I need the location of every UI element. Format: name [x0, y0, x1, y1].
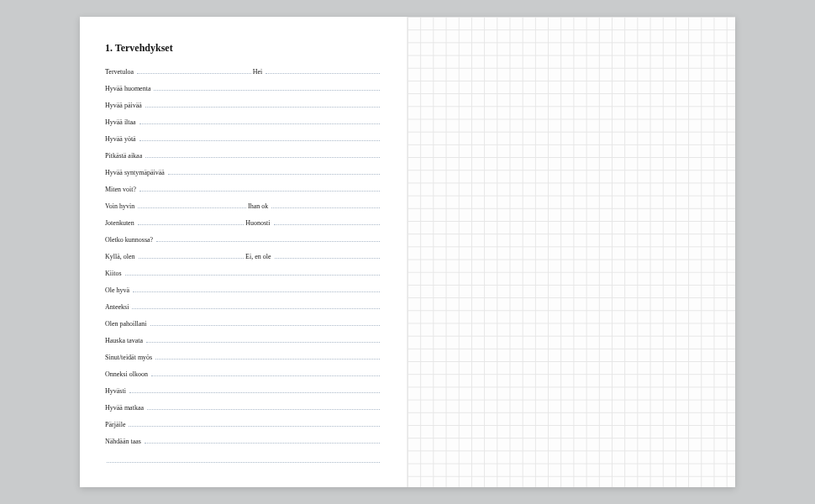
fill-dots — [107, 453, 380, 463]
entry-term: Kiitos — [105, 270, 124, 277]
fill-dots — [129, 419, 380, 427]
entry-row: Hyvää iltaa — [105, 117, 381, 134]
right-page-grid — [408, 17, 735, 487]
entry-row: Hyvää matkaa — [105, 402, 381, 419]
entry-row: Miten voit? — [105, 184, 381, 201]
entry-term: Ei, en ole — [245, 253, 272, 260]
entry-term: Miten voit? — [105, 186, 138, 193]
fill-dots — [145, 150, 380, 158]
entry-row: Hauska tavata — [105, 335, 381, 352]
entry-row: Kyllä, olenEi, en ole — [105, 251, 381, 268]
entries-list: TervetuloaHeiHyvää huomentaHyvää päivääH… — [105, 66, 381, 470]
entry-row: Sinut/teidät myös — [105, 352, 381, 369]
blank-entry-row — [105, 453, 381, 470]
entry-term: Huonosti — [245, 219, 271, 227]
left-page: 1. Tervehdykset TervetuloaHeiHyvää huome… — [80, 17, 408, 487]
fill-dots — [139, 117, 380, 124]
entry-row: Pärjäile — [105, 419, 381, 436]
entry-term: Anteeksi — [105, 303, 130, 311]
fill-dots — [155, 352, 380, 360]
entry-term: Kyllä, olen — [105, 253, 137, 260]
entry-term: Voin hyvin — [105, 202, 136, 210]
fill-dots — [138, 218, 244, 225]
fill-dots — [147, 402, 380, 410]
fill-dots — [151, 369, 380, 376]
entry-row: Voin hyvinIhan ok — [105, 201, 381, 218]
entry-row: Ole hyvä — [105, 285, 381, 302]
entry-row: Onneksi olkoon — [105, 369, 381, 386]
entry-term: Hyvästi — [105, 387, 128, 395]
fill-dots — [125, 268, 380, 276]
entry-term: Hyvää päivää — [105, 102, 144, 109]
fill-dots — [132, 302, 380, 309]
entry-term: Onneksi olkoon — [105, 370, 150, 378]
fill-dots — [138, 201, 246, 208]
entry-row: Hyvää yötä — [105, 134, 381, 150]
fill-dots — [266, 66, 380, 74]
entry-term: Hyvää yötä — [105, 135, 138, 143]
entry-row: Oletko kunnossa? — [105, 234, 381, 251]
entry-term: Tervetuloa — [105, 68, 135, 76]
entry-term: Nähdään taas — [105, 438, 143, 445]
fill-dots — [271, 201, 380, 208]
fill-dots — [146, 335, 380, 343]
fill-dots — [133, 285, 380, 292]
entry-term: Pitkästä aikaa — [105, 152, 144, 160]
fill-dots — [274, 218, 381, 225]
entry-term: Olen pahoillani — [105, 320, 149, 328]
entry-term: Hyvää huomenta — [105, 85, 152, 92]
entry-row: Hyvää syntymäpäivää — [105, 167, 381, 184]
entry-row: Olen pahoillani — [105, 318, 381, 335]
entry-row: JotenkutenHuonosti — [105, 218, 381, 234]
fill-dots — [145, 100, 380, 108]
entry-term: Hyvää iltaa — [105, 118, 138, 126]
entry-term: Hei — [253, 68, 265, 76]
entry-term: Sinut/teidät myös — [105, 354, 154, 361]
entry-row: Hyvää huomenta — [105, 83, 381, 100]
entry-row: Hyvää päivää — [105, 100, 381, 117]
entry-row: Hyvästi — [105, 386, 381, 402]
entry-term: Hauska tavata — [105, 337, 145, 344]
fill-dots — [275, 251, 381, 259]
entry-row: Nähdään taas — [105, 436, 381, 453]
entry-row: Pitkästä aikaa — [105, 150, 381, 167]
entry-row: Kiitos — [105, 268, 381, 285]
fill-dots — [154, 83, 380, 91]
fill-dots — [156, 234, 380, 242]
fill-dots — [168, 167, 380, 175]
fill-dots — [145, 436, 380, 444]
entry-term: Hyvää matkaa — [105, 404, 145, 412]
fill-dots — [129, 386, 380, 393]
entry-term: Oletko kunnossa? — [105, 236, 155, 244]
entry-term: Ihan ok — [248, 202, 270, 210]
entry-term: Ole hyvä — [105, 286, 131, 294]
entry-row: Anteeksi — [105, 302, 381, 318]
fill-dots — [150, 318, 380, 326]
fill-dots — [139, 134, 380, 141]
entry-term: Jotenkuten — [105, 219, 136, 227]
entry-row: TervetuloaHei — [105, 66, 381, 83]
entry-term: Pärjäile — [105, 421, 127, 428]
fill-dots — [139, 184, 380, 192]
fill-dots — [139, 251, 244, 259]
section-heading: 1. Tervehdykset — [105, 42, 381, 55]
entry-term: Hyvää syntymäpäivää — [105, 169, 166, 176]
fill-dots — [137, 66, 251, 74]
notebook-spread: 1. Tervehdykset TervetuloaHeiHyvää huome… — [80, 17, 735, 487]
